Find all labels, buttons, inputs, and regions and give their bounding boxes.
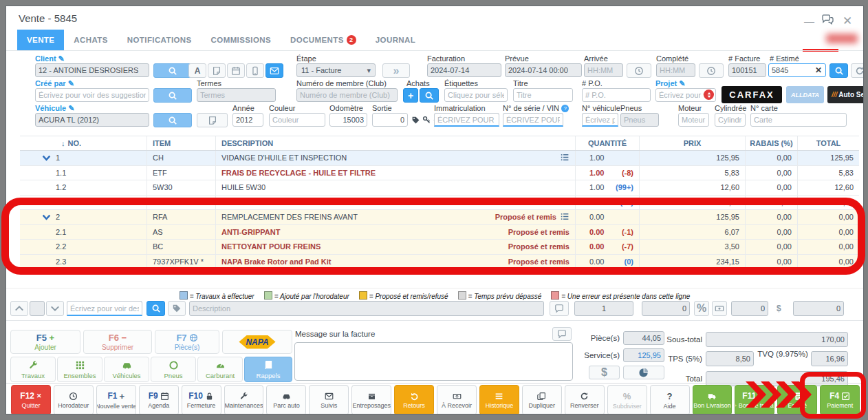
entry-qty-input[interactable] (574, 301, 633, 316)
retours-button[interactable]: Retours (394, 385, 434, 414)
vehicule-search-button[interactable] (153, 113, 192, 127)
dollar-toggle-icon[interactable]: $ (589, 366, 620, 379)
category-ensembles[interactable]: Ensembles (57, 357, 102, 382)
aide-button[interactable]: ? Aide (650, 385, 690, 414)
entreposages-button[interactable]: Entreposages (351, 385, 391, 414)
item-tag-icon[interactable] (168, 301, 186, 316)
facturation-input[interactable] (427, 63, 501, 77)
client-phone-icon[interactable] (246, 63, 264, 78)
key-icon[interactable] (422, 115, 431, 127)
tvq-input[interactable] (811, 351, 848, 366)
table-row[interactable]: 2 RFA REMPLACEMENT DES FREINS AVANTPropo… (20, 210, 859, 225)
entry-description-input[interactable] (189, 301, 544, 316)
collapse-icon[interactable] (42, 213, 56, 222)
paiement-button[interactable]: F4 Paiement (820, 385, 860, 414)
alldata-button[interactable]: ALLDATA (786, 86, 824, 103)
category-rappels[interactable]: Rappels (244, 357, 292, 382)
achats-search-button[interactable] (420, 88, 439, 103)
row-up-icon[interactable] (10, 301, 28, 316)
invoice-message-textarea[interactable] (294, 342, 573, 381)
client-email-icon[interactable] (265, 63, 283, 78)
row-position-input[interactable] (30, 301, 45, 316)
estime-clear-icon[interactable]: ✕ (815, 65, 822, 75)
total-input[interactable] (706, 371, 848, 386)
autoserve-button[interactable]: ///Auto Se (827, 86, 864, 103)
facture-input[interactable] (728, 63, 766, 77)
parc-auto-button[interactable]: Parc auto (266, 385, 306, 414)
maintenances-button[interactable]: Maintenances (224, 385, 264, 414)
nouvelle-vente-button[interactable]: F1+ Nouvelle vente (96, 385, 136, 414)
cree-par-input[interactable] (35, 88, 149, 102)
table-row[interactable]: 2.2 BC NETTOYANT POUR FREINSProposé et r… (20, 240, 859, 255)
tab-achats[interactable]: ACHATS (64, 30, 117, 50)
projet-sync-icon[interactable] (704, 90, 714, 100)
redacted-tab[interactable] (826, 34, 858, 43)
client-search-button[interactable] (153, 63, 192, 78)
complete-clock-icon[interactable] (699, 63, 724, 78)
entry-rabais-input[interactable] (731, 301, 768, 316)
carfax-button[interactable]: CARFAX (721, 86, 782, 103)
minimize-icon[interactable]: — (804, 16, 814, 26)
client-directory-icon[interactable]: A (188, 63, 206, 78)
collapse-icon[interactable] (42, 154, 56, 162)
vin-input[interactable] (503, 113, 563, 127)
membre-input[interactable] (296, 88, 398, 102)
f6-delete-button[interactable]: F6 − Supprimer (83, 330, 152, 354)
napa-button[interactable]: NAPA (222, 330, 292, 354)
message-comment-icon[interactable] (552, 327, 572, 341)
entry-prix-input[interactable] (642, 301, 690, 316)
table-row[interactable]: 2.3 7937XPFK1V * NAPA Brake Rotor and Pa… (20, 255, 859, 270)
cylindree-input[interactable] (715, 113, 746, 127)
vehicule-note-icon[interactable] (197, 113, 228, 127)
tab-notifications[interactable]: NOTIFICATIONS (118, 30, 202, 50)
complete-input[interactable] (656, 63, 695, 77)
pneus-input[interactable] (620, 113, 659, 127)
row-down-icon[interactable] (46, 301, 64, 316)
prevue-input[interactable] (505, 63, 582, 77)
suivis-button[interactable]: Suivis (309, 385, 349, 414)
client-input[interactable] (35, 63, 149, 77)
table-row[interactable]: 1 CH VIDANGE D'HUILE ET INSPECTION 1.00 … (20, 151, 859, 166)
tab-journal[interactable]: JOURNAL (366, 30, 425, 50)
agenda-button[interactable]: F9 Agenda (139, 385, 179, 414)
quitter-button[interactable]: F12✕ Quitter (11, 385, 51, 414)
f5-add-button[interactable]: F5 + Ajouter (10, 330, 80, 354)
odometre-input[interactable] (329, 113, 367, 127)
money-icon[interactable] (712, 301, 727, 316)
category-vehicules[interactable]: Véhicules (104, 357, 149, 382)
immatriculation-input[interactable] (434, 113, 499, 127)
close-icon[interactable]: ✕ (843, 15, 852, 27)
arrivee-input[interactable] (584, 63, 623, 77)
subdiviser-button[interactable]: % Subdiviser (607, 385, 647, 414)
bon-livraison-button[interactable]: Bon Livraison (693, 385, 733, 414)
achats-add-icon[interactable]: + (403, 88, 418, 103)
po-input[interactable] (582, 88, 651, 102)
item-search-button[interactable] (147, 301, 165, 316)
tab-commissions[interactable]: COMMISSIONS (202, 30, 281, 50)
table-row[interactable]: 1.2 5W30 HUILE 5W30 1.00(99+) 12,60 0,00… (20, 180, 859, 196)
tab-documents[interactable]: DOCUMENTS2 (281, 30, 366, 50)
tag-icon[interactable] (411, 115, 420, 127)
table-row[interactable]: 2.1 AS ANTI-GRIPPANTProposé et remis 0.0… (20, 225, 859, 240)
bon-de-travail-button[interactable]: F11 + Bon de travail (735, 385, 774, 414)
estime-button[interactable]: Estimé (777, 385, 817, 414)
annee-input[interactable] (232, 113, 263, 127)
couleur-input[interactable] (269, 113, 325, 127)
titre-input[interactable] (513, 88, 573, 102)
list-icon[interactable] (561, 153, 569, 163)
percent-icon[interactable]: % (694, 301, 709, 316)
a-recevoir-button[interactable]: À Recevoir (437, 385, 477, 414)
refresh-icon[interactable] (851, 63, 864, 78)
no-vehicule-input[interactable] (582, 113, 618, 127)
estime-search-button[interactable] (829, 63, 848, 78)
carte-input[interactable] (750, 113, 847, 127)
renverser-button[interactable]: Renverser (565, 385, 605, 414)
chat-icon[interactable] (822, 14, 834, 28)
vehicule-input[interactable] (35, 113, 149, 127)
historique-button[interactable]: Historique (479, 385, 519, 414)
cree-par-search-button[interactable] (153, 88, 192, 103)
sortie-input[interactable] (372, 113, 408, 127)
dupliquer-button[interactable]: Dupliquer (522, 385, 562, 414)
next-step-icon[interactable]: » (382, 63, 410, 78)
category-pneus[interactable]: Pneus (151, 357, 196, 382)
